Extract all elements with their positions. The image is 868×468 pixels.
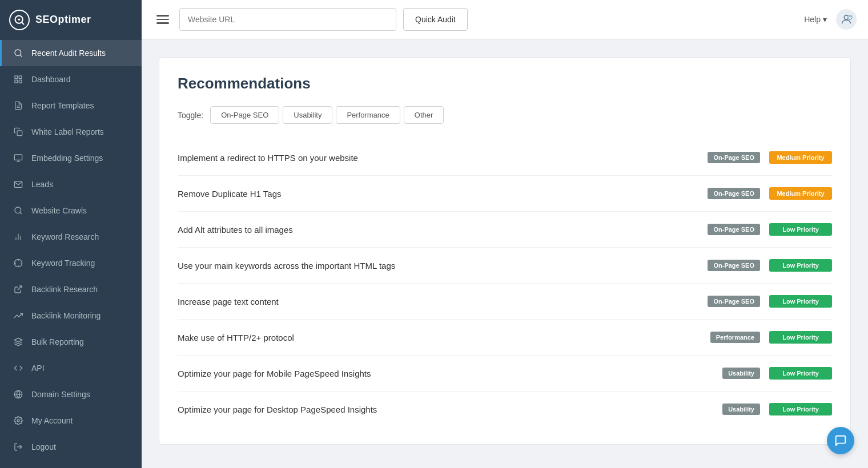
trending-up-icon [13, 310, 23, 321]
rec-text-5: Increase page text content [178, 297, 698, 306]
tab-other[interactable]: Other [404, 106, 444, 124]
toggle-label: Toggle: [178, 111, 203, 120]
help-button[interactable]: Help ▾ [804, 15, 827, 24]
sidebar-label-report-templates: Report Templates [31, 101, 94, 110]
sidebar-item-keyword-tracking[interactable]: Keyword Tracking [0, 250, 142, 276]
layers-icon [13, 337, 23, 347]
svg-point-2 [848, 15, 852, 19]
priority-badge-3: Low Priority [769, 223, 832, 236]
sidebar-item-embedding[interactable]: Embedding Settings [0, 145, 142, 171]
svg-line-25 [18, 286, 22, 290]
logo-icon [9, 10, 30, 30]
globe-icon [13, 389, 23, 400]
sidebar-item-backlink-monitoring[interactable]: Backlink Monitoring [0, 302, 142, 329]
page-title: Recommendations [178, 75, 832, 92]
table-row: Optimize your page for Mobile PageSpeed … [178, 356, 832, 392]
table-row: Optimize your page for Desktop PageSpeed… [178, 392, 832, 427]
sidebar-item-bulk-reporting[interactable]: Bulk Reporting [0, 329, 142, 355]
rec-text-2: Remove Duplicate H1 Tags [178, 189, 698, 199]
priority-badge-6: Low Priority [769, 331, 832, 344]
table-row: Make use of HTTP/2+ protocol Performance… [178, 320, 832, 356]
content-area: Recommendations Toggle: On-Page SEO Usab… [142, 40, 868, 468]
sidebar-item-report-templates[interactable]: Report Templates [0, 92, 142, 119]
svg-rect-6 [19, 76, 22, 79]
code-icon [13, 363, 23, 373]
table-row: Add Alt attributes to all images On-Page… [178, 212, 832, 248]
priority-badge-8: Low Priority [769, 403, 832, 415]
sidebar-label-my-account: My Account [31, 416, 73, 425]
crosshair-icon [13, 258, 23, 268]
sidebar-label-recent-audit: Recent Audit Results [31, 49, 106, 58]
rec-category-1: On-Page SEO [708, 152, 760, 163]
priority-badge-1: Medium Priority [769, 151, 832, 164]
table-row: Use your main keywords across the import… [178, 248, 832, 284]
sidebar-item-backlink-research[interactable]: Backlink Research [0, 276, 142, 302]
rec-category-5: On-Page SEO [708, 296, 760, 307]
sidebar-label-bulk-reporting: Bulk Reporting [31, 337, 84, 346]
sidebar-item-recent-audit[interactable]: Recent Audit Results [0, 40, 142, 66]
tab-usability[interactable]: Usability [283, 106, 332, 124]
priority-badge-2: Medium Priority [769, 187, 832, 200]
url-input[interactable] [179, 8, 396, 31]
user-avatar[interactable] [836, 9, 857, 30]
sidebar: Recent Audit Results Dashboard Report Te… [0, 40, 142, 468]
rec-category-8: Usability [722, 404, 760, 415]
logo-area: SEOptimer [0, 0, 142, 40]
sidebar-item-keyword-research[interactable]: Keyword Research [0, 224, 142, 250]
logo-text: SEOptimer [35, 14, 91, 26]
recommendations-list: Implement a redirect to HTTPS on your we… [178, 140, 832, 427]
sidebar-label-domain-settings: Domain Settings [31, 390, 90, 399]
rec-text-4: Use your main keywords across the import… [178, 261, 698, 271]
sidebar-label-embedding: Embedding Settings [31, 154, 103, 163]
rec-category-6: Performance [710, 332, 760, 343]
sidebar-label-white-label: White Label Reports [31, 127, 104, 136]
sidebar-item-my-account[interactable]: My Account [0, 408, 142, 434]
toggle-row: Toggle: On-Page SEO Usability Performanc… [178, 106, 832, 124]
sidebar-item-leads[interactable]: Leads [0, 171, 142, 197]
log-out-icon [13, 442, 23, 452]
rec-text-1: Implement a redirect to HTTPS on your we… [178, 153, 698, 163]
table-row: Implement a redirect to HTTPS on your we… [178, 140, 832, 176]
sidebar-item-logout[interactable]: Logout [0, 434, 142, 460]
priority-badge-7: Low Priority [769, 367, 832, 380]
chevron-down-icon: ▾ [823, 15, 827, 24]
external-link-icon [13, 284, 23, 294]
svg-line-16 [20, 212, 22, 214]
quick-audit-button[interactable]: Quick Audit [403, 8, 468, 31]
mail-icon [13, 179, 23, 189]
sidebar-label-keyword-research: Keyword Research [31, 232, 99, 241]
rec-category-7: Usability [722, 368, 760, 379]
sidebar-item-api[interactable]: API [0, 355, 142, 381]
sidebar-item-website-crawls[interactable]: Website Crawls [0, 197, 142, 224]
sidebar-label-backlink-research: Backlink Research [31, 285, 98, 294]
sidebar-label-logout: Logout [31, 442, 56, 451]
monitor-icon [13, 153, 23, 163]
tab-on-page-seo[interactable]: On-Page SEO [210, 106, 279, 124]
svg-point-15 [15, 207, 21, 213]
sidebar-label-api: API [31, 364, 45, 373]
hamburger-button[interactable] [153, 11, 172, 27]
sidebar-label-dashboard: Dashboard [31, 75, 71, 84]
svg-marker-26 [14, 338, 22, 342]
priority-badge-4: Low Priority [769, 259, 832, 272]
recommendations-card: Recommendations Toggle: On-Page SEO Usab… [159, 57, 851, 445]
sidebar-item-domain-settings[interactable]: Domain Settings [0, 381, 142, 408]
sidebar-label-leads: Leads [31, 180, 53, 189]
svg-rect-8 [19, 80, 22, 83]
svg-rect-5 [15, 76, 18, 79]
svg-rect-7 [15, 80, 18, 83]
tab-performance[interactable]: Performance [336, 106, 400, 124]
sidebar-item-white-label[interactable]: White Label Reports [0, 119, 142, 145]
rec-category-3: On-Page SEO [708, 224, 760, 235]
table-row: Increase page text content On-Page SEO L… [178, 284, 832, 320]
rec-category-2: On-Page SEO [708, 188, 760, 199]
help-label: Help [804, 15, 821, 24]
chat-bubble-button[interactable] [827, 427, 854, 454]
priority-badge-5: Low Priority [769, 295, 832, 308]
search-icon [13, 48, 23, 58]
sidebar-item-dashboard[interactable]: Dashboard [0, 66, 142, 92]
svg-point-29 [17, 419, 19, 422]
svg-rect-12 [14, 155, 22, 160]
sidebar-label-website-crawls: Website Crawls [31, 206, 87, 215]
rec-text-3: Add Alt attributes to all images [178, 225, 698, 235]
